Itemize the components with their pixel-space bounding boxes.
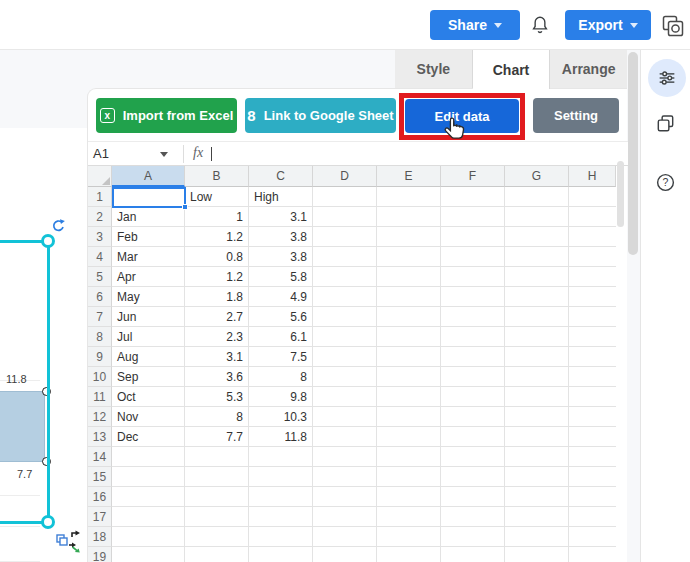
cell-C10[interactable]: 8 [249, 367, 313, 387]
cell-A15[interactable] [112, 467, 185, 487]
cell-C16[interactable] [249, 487, 313, 507]
cell-F5[interactable] [441, 267, 505, 287]
cell-D4[interactable] [313, 247, 377, 267]
cell-E4[interactable] [377, 247, 441, 267]
cell-E8[interactable] [377, 327, 441, 347]
cell-E5[interactable] [377, 267, 441, 287]
cell-F18[interactable] [441, 527, 505, 547]
row-number[interactable]: 16 [88, 487, 112, 507]
cell-A3[interactable]: Feb [112, 227, 185, 247]
row-number[interactable]: 2 [88, 207, 112, 227]
cell-B15[interactable] [185, 467, 249, 487]
chart-range-bar[interactable] [0, 391, 45, 462]
cell-C12[interactable]: 10.3 [249, 407, 313, 427]
setting-button[interactable]: Setting [533, 98, 619, 133]
cell-E7[interactable] [377, 307, 441, 327]
row-number[interactable]: 4 [88, 247, 112, 267]
cell-D3[interactable] [313, 227, 377, 247]
cell-A12[interactable]: Nov [112, 407, 185, 427]
cell-F8[interactable] [441, 327, 505, 347]
selection-handle[interactable] [41, 515, 55, 529]
cell-G16[interactable] [505, 487, 569, 507]
cell-A17[interactable] [112, 507, 185, 527]
cell-E19[interactable] [377, 547, 441, 562]
row-number[interactable]: 19 [88, 547, 112, 562]
pages-icon[interactable] [654, 112, 677, 135]
row-number[interactable]: 12 [88, 407, 112, 427]
row-number[interactable]: 17 [88, 507, 112, 527]
cell-B9[interactable]: 3.1 [185, 347, 249, 367]
cell-A19[interactable] [112, 547, 185, 562]
cell-G9[interactable] [505, 347, 569, 367]
cell-G8[interactable] [505, 327, 569, 347]
cell-F7[interactable] [441, 307, 505, 327]
cell-D19[interactable] [313, 547, 377, 562]
cell-H12[interactable] [569, 407, 616, 427]
cell-A18[interactable] [112, 527, 185, 547]
cell-B16[interactable] [185, 487, 249, 507]
cell-B11[interactable]: 5.3 [185, 387, 249, 407]
cell-C6[interactable]: 4.9 [249, 287, 313, 307]
cell-F17[interactable] [441, 507, 505, 527]
cell-C3[interactable]: 3.8 [249, 227, 313, 247]
cell-B2[interactable]: 1 [185, 207, 249, 227]
cell-C11[interactable]: 9.8 [249, 387, 313, 407]
cell-A5[interactable]: Apr [112, 267, 185, 287]
cell-A7[interactable]: Jun [112, 307, 185, 327]
cell-B10[interactable]: 3.6 [185, 367, 249, 387]
cell-F9[interactable] [441, 347, 505, 367]
rotate-icon[interactable] [51, 218, 66, 233]
cell-H19[interactable] [569, 547, 616, 562]
cell-G6[interactable] [505, 287, 569, 307]
cell-G2[interactable] [505, 207, 569, 227]
cell-B1[interactable]: Low [185, 187, 249, 207]
tab-chart[interactable]: Chart [473, 50, 551, 89]
cell-reference-box[interactable]: A1 [93, 146, 109, 161]
cell-A1[interactable] [112, 187, 185, 207]
cell-B18[interactable] [185, 527, 249, 547]
cell-C8[interactable]: 6.1 [249, 327, 313, 347]
cell-E16[interactable] [377, 487, 441, 507]
share-button[interactable]: Share [430, 10, 520, 40]
cell-D12[interactable] [313, 407, 377, 427]
cell-D11[interactable] [313, 387, 377, 407]
row-number[interactable]: 3 [88, 227, 112, 247]
cell-G14[interactable] [505, 447, 569, 467]
export-button[interactable]: Export [565, 10, 651, 40]
row-number[interactable]: 11 [88, 387, 112, 407]
cell-F10[interactable] [441, 367, 505, 387]
cell-C7[interactable]: 5.6 [249, 307, 313, 327]
cell-D15[interactable] [313, 467, 377, 487]
cell-D1[interactable] [313, 187, 377, 207]
cell-H17[interactable] [569, 507, 616, 527]
cell-E1[interactable] [377, 187, 441, 207]
cell-C18[interactable] [249, 527, 313, 547]
cell-C19[interactable] [249, 547, 313, 562]
cell-C9[interactable]: 7.5 [249, 347, 313, 367]
cell-E10[interactable] [377, 367, 441, 387]
cell-H8[interactable] [569, 327, 616, 347]
row-number[interactable]: 10 [88, 367, 112, 387]
cell-F16[interactable] [441, 487, 505, 507]
row-number[interactable]: 13 [88, 427, 112, 447]
cell-G18[interactable] [505, 527, 569, 547]
cell-B3[interactable]: 1.2 [185, 227, 249, 247]
cell-H5[interactable] [569, 267, 616, 287]
cell-D7[interactable] [313, 307, 377, 327]
cell-D5[interactable] [313, 267, 377, 287]
cell-H10[interactable] [569, 367, 616, 387]
cell-F15[interactable] [441, 467, 505, 487]
cell-A9[interactable]: Aug [112, 347, 185, 367]
cell-B19[interactable] [185, 547, 249, 562]
cell-E9[interactable] [377, 347, 441, 367]
cell-D9[interactable] [313, 347, 377, 367]
cell-A13[interactable]: Dec [112, 427, 185, 447]
cell-G4[interactable] [505, 247, 569, 267]
cell-A6[interactable]: May [112, 287, 185, 307]
cell-F4[interactable] [441, 247, 505, 267]
cell-F13[interactable] [441, 427, 505, 447]
tab-arrange[interactable]: Arrange [550, 50, 627, 88]
cell-H6[interactable] [569, 287, 616, 307]
cell-C2[interactable]: 3.1 [249, 207, 313, 227]
cell-F1[interactable] [441, 187, 505, 207]
